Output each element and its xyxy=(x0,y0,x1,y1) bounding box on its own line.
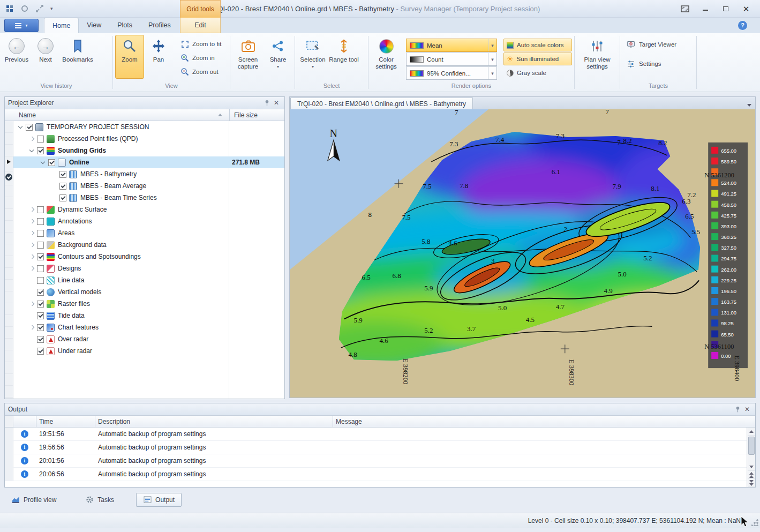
scroll-up-icon[interactable] xyxy=(748,428,755,436)
scroll-page-down-icon[interactable] xyxy=(748,479,755,487)
tree-checkbox[interactable] xyxy=(37,348,44,355)
help-button[interactable]: ? xyxy=(738,21,747,30)
bottom-tab-profile-view[interactable]: Profile view xyxy=(4,493,63,507)
tree-item[interactable]: Over radar xyxy=(13,333,284,345)
tree-checkbox[interactable] xyxy=(48,159,55,166)
tree-checkbox[interactable] xyxy=(37,206,44,213)
map-tab[interactable]: TrQI-020 - Brest EM2040 \ Online.grd \ M… xyxy=(290,98,473,109)
tree-item[interactable]: Under radar xyxy=(13,345,284,357)
tree-item[interactable]: Raster files xyxy=(13,298,284,310)
qat-customize-caret-icon[interactable]: ▾ xyxy=(50,6,53,11)
expand-arrow-icon[interactable] xyxy=(28,263,36,274)
tree-item[interactable]: Tide data xyxy=(13,310,284,321)
collapse-arrow-icon[interactable] xyxy=(39,156,48,168)
tree-checkbox[interactable] xyxy=(59,194,66,201)
fit-screen-button[interactable] xyxy=(676,3,694,14)
resize-grip[interactable] xyxy=(751,519,758,526)
tree-checkbox[interactable] xyxy=(37,336,44,343)
next-button[interactable]: → Next xyxy=(31,35,60,79)
expand-arrow-icon[interactable] xyxy=(28,227,36,239)
tree-checkbox[interactable] xyxy=(37,301,44,308)
render-mode-count[interactable]: Count▾ xyxy=(406,53,497,66)
tree-checkbox[interactable] xyxy=(59,171,66,178)
tree-checkbox[interactable] xyxy=(26,124,33,131)
targets-settings-button[interactable]: Settings xyxy=(622,57,694,71)
minimize-button[interactable] xyxy=(697,3,714,14)
scroll-down-icon[interactable] xyxy=(748,463,755,471)
map-tab-list-caret-icon[interactable] xyxy=(747,104,751,107)
dropdown-caret-icon[interactable]: ▾ xyxy=(488,67,496,79)
render-mode-95-confiden-[interactable]: 95% Confiden...▾ xyxy=(406,66,497,80)
tree-item[interactable]: Dynamic Surface xyxy=(13,204,284,215)
tree-item[interactable]: Background data xyxy=(13,239,284,251)
close-icon[interactable]: ✕ xyxy=(272,98,281,108)
tree-item[interactable]: MBES - Beam Average xyxy=(13,180,284,192)
column-divider[interactable] xyxy=(333,416,333,427)
tree-checkbox[interactable] xyxy=(37,218,44,225)
auto-scale-colors-button[interactable]: Auto scale colors xyxy=(503,39,572,51)
expand-arrow-icon[interactable] xyxy=(28,215,36,227)
maximize-button[interactable] xyxy=(717,3,734,14)
tree-item[interactable]: Areas xyxy=(13,227,284,239)
bottom-tab-output[interactable]: Output xyxy=(136,493,182,507)
tree-checkbox[interactable] xyxy=(37,289,44,296)
tree-checkbox[interactable] xyxy=(37,242,44,249)
tree-item[interactable]: Line data xyxy=(13,274,284,286)
expand-arrow-icon[interactable] xyxy=(28,204,36,215)
tree-checkbox[interactable] xyxy=(59,183,66,190)
output-row[interactable]: 19:56:56Automatic backup of program sett… xyxy=(5,441,755,454)
share-dropdown-caret-icon[interactable]: ▾ xyxy=(277,64,279,69)
previous-button[interactable]: ← Previous xyxy=(2,35,31,79)
output-row[interactable]: 19:51:56Autom​atic backup of program set… xyxy=(5,428,755,441)
tree-item[interactable]: Processed Point files (QPD) xyxy=(13,133,284,145)
tree-checkbox[interactable] xyxy=(37,265,44,272)
ribbon-tab-profiles[interactable]: Profiles xyxy=(140,18,179,33)
pan-button[interactable]: Pan xyxy=(144,35,173,79)
expand-arrow-icon[interactable] xyxy=(28,239,36,251)
output-row[interactable]: 20:01:56Automatic backup of program sett… xyxy=(5,454,755,468)
app-logo-icon[interactable] xyxy=(5,4,14,13)
output-row[interactable]: 20:06:56Automatic backup of program sett… xyxy=(5,468,755,481)
tree-item[interactable]: MBES - Beam Time Series xyxy=(13,192,284,204)
tree-item[interactable]: Annotations xyxy=(13,215,284,227)
scroll-page-up-icon[interactable] xyxy=(748,471,755,479)
ribbon-tab-view[interactable]: View xyxy=(79,18,109,33)
pin-icon[interactable] xyxy=(262,98,272,108)
tree-checkbox[interactable] xyxy=(37,230,44,237)
column-divider[interactable] xyxy=(95,416,95,427)
scrollbar-track[interactable] xyxy=(748,436,755,463)
expand-layout-icon[interactable] xyxy=(35,4,44,13)
zoom-to-fit-button[interactable]: Zoom to fit xyxy=(177,38,224,50)
tree-item[interactable]: Vertical models xyxy=(13,286,284,298)
selection-button[interactable]: Selection ▾ xyxy=(297,35,328,79)
ribbon-tab-home[interactable]: Home xyxy=(44,18,79,33)
ribbon-tab-plots[interactable]: Plots xyxy=(109,18,140,33)
tree-checkbox[interactable] xyxy=(37,136,44,143)
render-mode-mean[interactable]: Mean▾ xyxy=(406,39,497,52)
tree-item[interactable]: Sounding Grids xyxy=(13,145,284,156)
map-canvas[interactable]: N 655.00589.50524.00491.25458.50425.7539… xyxy=(289,109,756,398)
zoom-out-button[interactable]: Zoom out xyxy=(177,65,224,78)
tree-checkbox[interactable] xyxy=(37,312,44,319)
expand-arrow-icon[interactable] xyxy=(28,321,36,333)
tree-item[interactable]: Contours and Spotsoundings xyxy=(13,251,284,263)
column-header-description[interactable]: Description xyxy=(98,418,130,425)
tree-checkbox[interactable] xyxy=(37,324,44,331)
bathymetry-map[interactable]: N 655.00589.50524.00491.25458.50425.7539… xyxy=(290,109,755,398)
tree-item[interactable]: MBES - Bathymetry xyxy=(13,168,284,180)
column-header-file-size[interactable]: File size xyxy=(234,111,258,119)
collapse-arrow-icon[interactable] xyxy=(17,121,25,133)
expand-arrow-icon[interactable] xyxy=(28,133,36,145)
record-icon[interactable] xyxy=(20,4,29,13)
pin-icon[interactable] xyxy=(733,404,742,414)
dropdown-caret-icon[interactable]: ▾ xyxy=(488,53,496,65)
selection-dropdown-caret-icon[interactable]: ▾ xyxy=(312,64,314,69)
tree-checkbox[interactable] xyxy=(37,253,44,260)
gray-scale-button[interactable]: Gray scale xyxy=(503,66,572,79)
tree-checkbox[interactable] xyxy=(37,277,44,284)
range-tool-button[interactable]: Range tool xyxy=(328,35,359,79)
collapse-arrow-icon[interactable] xyxy=(28,145,36,156)
expand-arrow-icon[interactable] xyxy=(28,251,36,263)
close-button[interactable]: ✕ xyxy=(738,3,755,14)
tree-checkbox[interactable] xyxy=(37,147,44,154)
